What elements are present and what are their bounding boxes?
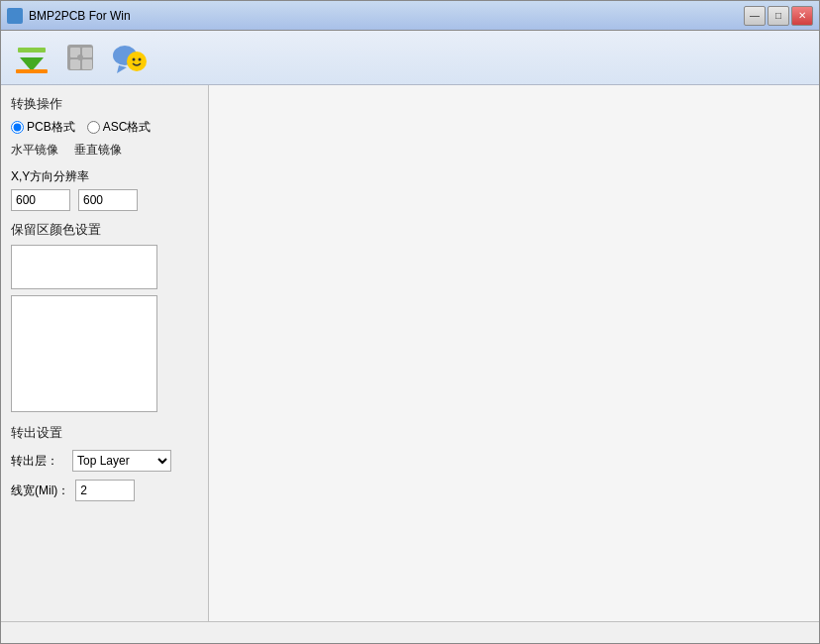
svg-rect-0 xyxy=(18,48,46,53)
puzzle-icon xyxy=(62,40,98,75)
svg-marker-1 xyxy=(20,57,44,71)
horizontal-mirror-button[interactable]: 水平镜像 xyxy=(11,142,58,159)
titlebar-left: BMP2PCB For Win xyxy=(7,8,131,24)
svg-rect-5 xyxy=(82,48,92,57)
minimize-button[interactable]: — xyxy=(744,6,766,26)
open-button[interactable] xyxy=(9,37,53,78)
app-window: BMP2PCB For Win — □ ✕ xyxy=(0,0,820,644)
statusbar xyxy=(1,621,819,643)
export-section-title: 转出设置 xyxy=(11,424,198,442)
restore-button[interactable]: □ xyxy=(768,6,789,26)
pcb-format-label: PCB格式 xyxy=(27,119,75,136)
svg-rect-2 xyxy=(16,69,48,73)
titlebar-buttons: — □ ✕ xyxy=(744,6,813,26)
svg-marker-10 xyxy=(117,65,127,73)
color-section-title: 保留区颜色设置 xyxy=(11,221,198,239)
resolution-section: X,Y方向分辨率 xyxy=(11,168,198,211)
app-icon xyxy=(7,8,23,24)
mirror-group: 水平镜像 垂直镜像 xyxy=(11,142,198,159)
arrow-down-icon xyxy=(14,40,50,75)
linewidth-input[interactable] xyxy=(75,480,135,501)
color-preview-box[interactable] xyxy=(11,245,157,289)
color-section: 保留区颜色设置 xyxy=(11,221,198,412)
resolution-x-input[interactable] xyxy=(11,189,70,211)
right-panel xyxy=(209,85,819,621)
svg-rect-6 xyxy=(70,59,80,69)
asc-format-label: ASC格式 xyxy=(103,119,152,136)
color-list-box[interactable] xyxy=(11,295,157,412)
svg-point-13 xyxy=(138,58,141,61)
layer-row: 转出层： Top Layer Bottom Layer Inner Layer … xyxy=(11,450,198,472)
smiley-icon xyxy=(111,40,147,75)
window-title: BMP2PCB For Win xyxy=(29,9,131,23)
asc-format-radio[interactable] xyxy=(87,121,100,134)
resolution-label: X,Y方向分辨率 xyxy=(11,168,198,185)
process-button[interactable] xyxy=(57,37,102,78)
layer-label: 转出层： xyxy=(11,453,66,470)
linewidth-label: 线宽(Mil)： xyxy=(11,483,69,499)
conversion-section-title: 转换操作 xyxy=(11,95,198,113)
main-content: 转换操作 PCB格式 ASC格式 水平镜像 垂直镜像 X,Y方向分辨率 xyxy=(1,85,819,621)
export-section: 转出设置 转出层： Top Layer Bottom Layer Inner L… xyxy=(11,424,198,501)
close-button[interactable]: ✕ xyxy=(791,6,813,26)
resolution-inputs xyxy=(11,189,198,211)
about-button[interactable] xyxy=(106,37,151,78)
svg-point-11 xyxy=(127,52,147,71)
pcb-format-radio[interactable] xyxy=(11,121,24,134)
layer-select[interactable]: Top Layer Bottom Layer Inner Layer 1 Inn… xyxy=(72,450,171,472)
format-radio-group: PCB格式 ASC格式 xyxy=(11,119,198,136)
linewidth-row: 线宽(Mil)： xyxy=(11,480,198,501)
svg-point-12 xyxy=(132,58,135,61)
titlebar: BMP2PCB For Win — □ ✕ xyxy=(1,1,819,31)
svg-point-8 xyxy=(77,54,83,60)
toolbar xyxy=(1,31,819,85)
asc-format-option[interactable]: ASC格式 xyxy=(87,119,152,136)
resolution-y-input[interactable] xyxy=(78,189,138,211)
svg-rect-7 xyxy=(82,59,92,69)
left-panel: 转换操作 PCB格式 ASC格式 水平镜像 垂直镜像 X,Y方向分辨率 xyxy=(1,85,209,621)
vertical-mirror-button[interactable]: 垂直镜像 xyxy=(74,142,122,159)
pcb-format-option[interactable]: PCB格式 xyxy=(11,119,75,136)
